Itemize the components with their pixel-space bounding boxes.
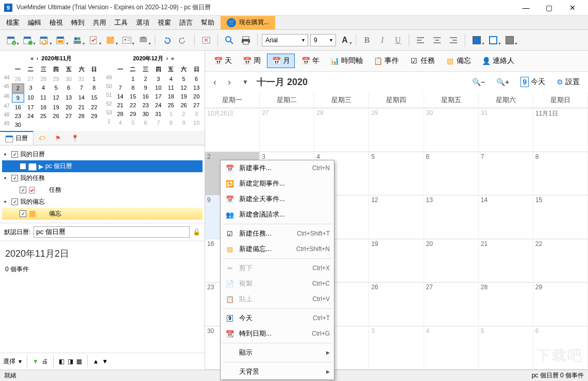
minical-day[interactable]: 21 xyxy=(75,103,88,111)
minical-day[interactable]: 29 xyxy=(88,112,100,120)
view-contacts[interactable]: 👤連絡人 xyxy=(477,54,518,68)
minical-day[interactable]: 4 xyxy=(114,119,127,127)
next-month-button[interactable]: › xyxy=(225,76,234,89)
underline-button[interactable]: U xyxy=(391,34,405,47)
day-cell[interactable]: 7 xyxy=(479,152,533,195)
minical-day[interactable]: 22 xyxy=(88,103,100,111)
new-data-button[interactable]: ▼ xyxy=(136,33,150,47)
minical-day[interactable]: 6 xyxy=(140,119,152,127)
view-timeline[interactable]: 📊時間軸 xyxy=(326,54,367,68)
view-day[interactable]: 📅天 xyxy=(209,54,236,68)
bold-button[interactable]: B xyxy=(360,34,374,47)
minical-day[interactable] xyxy=(88,121,100,129)
minical-day[interactable]: 7 xyxy=(152,119,164,127)
minical-day[interactable]: 26 xyxy=(50,112,62,120)
minical-day[interactable]: 28 xyxy=(37,75,49,83)
italic-button[interactable]: I xyxy=(376,34,389,47)
minical-day[interactable]: 26 xyxy=(12,75,24,83)
view-week[interactable]: 📅周 xyxy=(238,54,265,68)
align-center-button[interactable] xyxy=(430,33,444,47)
minical-day[interactable]: 19 xyxy=(50,103,62,111)
minical-day[interactable]: 2 xyxy=(140,75,152,83)
close-button[interactable]: ✕ xyxy=(561,0,584,15)
menu-help[interactable]: 幫助 xyxy=(197,16,219,29)
day-cell[interactable]: 13 xyxy=(424,195,479,239)
align-left-button[interactable] xyxy=(413,33,428,47)
tree-pc-calendar[interactable]: ✓ ▶ pc 個日曆 xyxy=(2,160,203,172)
minical-day[interactable]: 11 xyxy=(165,84,177,92)
day-cell[interactable]: 3 xyxy=(369,326,424,370)
day-cell[interactable]: 29 xyxy=(533,283,588,326)
ctx-new-event[interactable]: 📅新建事件...Ctrl+N xyxy=(221,160,334,176)
mini-calendar-right[interactable]: 2020年12月 › » 一二三四五六日49123456507891011121… xyxy=(105,53,203,129)
chevron-down-icon[interactable]: ▾ xyxy=(4,200,9,204)
tree-task[interactable]: ✓ 任務 xyxy=(2,184,203,196)
ctx-new-allday[interactable]: 📅新建全天事件... xyxy=(221,191,334,207)
day-cell[interactable]: 21 xyxy=(479,239,533,283)
checkbox[interactable]: ✓ xyxy=(20,210,26,217)
minical-day[interactable]: 6 xyxy=(190,75,203,83)
menu-goto[interactable]: 轉到 xyxy=(67,16,89,29)
minical-day[interactable]: 5 xyxy=(50,84,62,93)
minical-day[interactable]: 4 xyxy=(37,84,49,93)
undo-button[interactable] xyxy=(159,33,174,47)
day-cell[interactable]: 28 xyxy=(479,283,533,326)
tree-note[interactable]: ✓ 備忘 xyxy=(2,208,203,220)
zoom-in-button[interactable]: 🔍+ xyxy=(493,76,512,88)
menu-language[interactable]: 語言 xyxy=(175,16,197,29)
minical-day[interactable]: 14 xyxy=(75,93,88,103)
redo-button[interactable] xyxy=(176,33,190,47)
view-notes[interactable]: ▧備忘 xyxy=(441,54,475,68)
view-year[interactable]: 📅年 xyxy=(297,54,324,68)
minical-day[interactable]: 13 xyxy=(190,84,203,92)
menu-window[interactable]: 視窗 xyxy=(154,16,175,29)
day-cell[interactable]: 30 xyxy=(424,108,479,152)
day-cell[interactable]: 19 xyxy=(369,239,424,283)
today-button[interactable]: 9今天 xyxy=(517,75,548,89)
filter-icon[interactable]: ▼ xyxy=(32,358,39,365)
day-cell[interactable]: 8 xyxy=(533,152,588,195)
ctx-new-note[interactable]: ▧新建備忘...Ctrl+Shift+N xyxy=(221,241,334,257)
checkbox[interactable]: ✓ xyxy=(11,175,18,181)
tab-categories[interactable]: 🏷 xyxy=(33,131,50,145)
ctx-cut[interactable]: ✂剪下Ctrl+X xyxy=(221,260,334,276)
minical-day[interactable]: 6 xyxy=(63,84,75,93)
day-cell[interactable]: 22 xyxy=(533,239,588,283)
minical-day[interactable]: 30 xyxy=(12,121,24,129)
ctx-new-recurring[interactable]: 🔁新建定期事件... xyxy=(221,176,334,191)
ctx-paste[interactable]: 📋貼上Ctrl+V xyxy=(221,291,334,307)
minical-day[interactable]: 3 xyxy=(152,75,164,83)
ctx-day-background[interactable]: 天背景▶ xyxy=(221,364,334,379)
minical-day[interactable]: 5 xyxy=(178,75,190,83)
minical-day[interactable]: 25 xyxy=(165,101,177,109)
new-recurring-button[interactable]: ▼ xyxy=(37,33,52,47)
minical-day[interactable]: 15 xyxy=(88,93,100,103)
delete-button[interactable]: ✕ xyxy=(199,33,213,47)
minical-day[interactable]: 28 xyxy=(114,110,127,118)
minical-day[interactable]: 4 xyxy=(165,75,177,83)
expand-icon[interactable]: ▼ xyxy=(102,358,108,365)
layout1-icon[interactable]: ◧ xyxy=(59,358,64,365)
new-allday-button[interactable]: ▼ xyxy=(54,33,68,47)
minical-day[interactable]: 27 xyxy=(25,75,37,83)
minical-day[interactable]: 9 xyxy=(178,119,190,127)
lock-icon[interactable]: 🔓 xyxy=(193,228,200,236)
minical-day[interactable]: 29 xyxy=(127,110,139,118)
minical-day[interactable]: 30 xyxy=(63,75,75,83)
new-note-button[interactable]: ▼ xyxy=(103,33,117,47)
fill-color-button[interactable]: ▼ xyxy=(469,33,484,47)
minical-day[interactable] xyxy=(75,121,88,129)
default-calendar-input[interactable] xyxy=(33,226,190,238)
minical-day[interactable]: 1 xyxy=(127,75,139,83)
font-size-combo[interactable]: 9 xyxy=(310,34,336,46)
day-cell[interactable]: 4 xyxy=(424,326,479,370)
dropdown-icon[interactable]: ▾ xyxy=(19,358,22,365)
minical-day[interactable]: 11 xyxy=(37,93,49,103)
minical-day[interactable]: 23 xyxy=(12,112,24,120)
minical-day[interactable]: 18 xyxy=(165,92,177,101)
minical-prev-month-icon[interactable]: ‹ xyxy=(37,56,38,61)
minical-day[interactable]: 12 xyxy=(178,84,190,92)
minical-day[interactable]: 17 xyxy=(25,103,37,111)
minical-day[interactable]: 15 xyxy=(127,92,139,101)
minical-day[interactable]: 17 xyxy=(152,92,164,101)
